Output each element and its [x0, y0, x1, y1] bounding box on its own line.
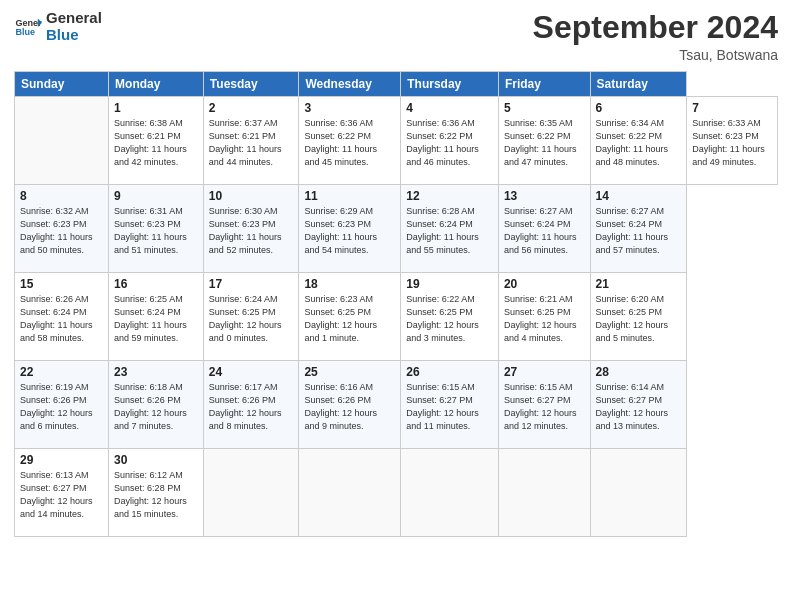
empty-cell	[15, 97, 109, 185]
day-info: Sunrise: 6:35 AMSunset: 6:22 PMDaylight:…	[504, 117, 585, 169]
table-row: 11Sunrise: 6:29 AMSunset: 6:23 PMDayligh…	[299, 185, 401, 273]
day-number: 13	[504, 189, 585, 203]
day-number: 30	[114, 453, 198, 467]
table-row: 14Sunrise: 6:27 AMSunset: 6:24 PMDayligh…	[590, 185, 687, 273]
table-row: 13Sunrise: 6:27 AMSunset: 6:24 PMDayligh…	[498, 185, 590, 273]
day-info: Sunrise: 6:13 AMSunset: 6:27 PMDaylight:…	[20, 469, 103, 521]
day-number: 14	[596, 189, 682, 203]
day-info: Sunrise: 6:27 AMSunset: 6:24 PMDaylight:…	[596, 205, 682, 257]
col-header-tuesday: Tuesday	[203, 72, 299, 97]
table-row: 3Sunrise: 6:36 AMSunset: 6:22 PMDaylight…	[299, 97, 401, 185]
day-number: 11	[304, 189, 395, 203]
day-number: 6	[596, 101, 682, 115]
day-number: 21	[596, 277, 682, 291]
day-number: 5	[504, 101, 585, 115]
table-row: 4Sunrise: 6:36 AMSunset: 6:22 PMDaylight…	[401, 97, 499, 185]
calendar-header-row: SundayMondayTuesdayWednesdayThursdayFrid…	[15, 72, 778, 97]
day-number: 3	[304, 101, 395, 115]
day-number: 15	[20, 277, 103, 291]
col-header-sunday: Sunday	[15, 72, 109, 97]
table-row: 28Sunrise: 6:14 AMSunset: 6:27 PMDayligh…	[590, 361, 687, 449]
table-row: 5Sunrise: 6:35 AMSunset: 6:22 PMDaylight…	[498, 97, 590, 185]
table-row: 7Sunrise: 6:33 AMSunset: 6:23 PMDaylight…	[687, 97, 778, 185]
day-number: 27	[504, 365, 585, 379]
day-number: 9	[114, 189, 198, 203]
day-number: 18	[304, 277, 395, 291]
table-row: 24Sunrise: 6:17 AMSunset: 6:26 PMDayligh…	[203, 361, 299, 449]
calendar-week-5: 29Sunrise: 6:13 AMSunset: 6:27 PMDayligh…	[15, 449, 778, 537]
logo: General Blue General Blue	[14, 10, 102, 43]
day-info: Sunrise: 6:16 AMSunset: 6:26 PMDaylight:…	[304, 381, 395, 433]
day-number: 28	[596, 365, 682, 379]
table-row	[203, 449, 299, 537]
table-row	[590, 449, 687, 537]
table-row	[401, 449, 499, 537]
day-number: 12	[406, 189, 493, 203]
logo-blue: Blue	[46, 27, 102, 44]
table-row: 10Sunrise: 6:30 AMSunset: 6:23 PMDayligh…	[203, 185, 299, 273]
day-number: 22	[20, 365, 103, 379]
col-header-thursday: Thursday	[401, 72, 499, 97]
table-row: 23Sunrise: 6:18 AMSunset: 6:26 PMDayligh…	[109, 361, 204, 449]
day-number: 8	[20, 189, 103, 203]
col-header-wednesday: Wednesday	[299, 72, 401, 97]
day-info: Sunrise: 6:36 AMSunset: 6:22 PMDaylight:…	[406, 117, 493, 169]
table-row: 22Sunrise: 6:19 AMSunset: 6:26 PMDayligh…	[15, 361, 109, 449]
day-number: 23	[114, 365, 198, 379]
month-title: September 2024	[533, 10, 778, 45]
day-info: Sunrise: 6:28 AMSunset: 6:24 PMDaylight:…	[406, 205, 493, 257]
day-number: 25	[304, 365, 395, 379]
table-row: 27Sunrise: 6:15 AMSunset: 6:27 PMDayligh…	[498, 361, 590, 449]
day-number: 10	[209, 189, 294, 203]
calendar-week-1: 1Sunrise: 6:38 AMSunset: 6:21 PMDaylight…	[15, 97, 778, 185]
logo-icon: General Blue	[14, 13, 42, 41]
day-info: Sunrise: 6:18 AMSunset: 6:26 PMDaylight:…	[114, 381, 198, 433]
svg-text:Blue: Blue	[15, 27, 35, 37]
day-info: Sunrise: 6:20 AMSunset: 6:25 PMDaylight:…	[596, 293, 682, 345]
table-row: 18Sunrise: 6:23 AMSunset: 6:25 PMDayligh…	[299, 273, 401, 361]
day-info: Sunrise: 6:24 AMSunset: 6:25 PMDaylight:…	[209, 293, 294, 345]
day-number: 7	[692, 101, 772, 115]
col-header-friday: Friday	[498, 72, 590, 97]
table-row: 29Sunrise: 6:13 AMSunset: 6:27 PMDayligh…	[15, 449, 109, 537]
day-info: Sunrise: 6:30 AMSunset: 6:23 PMDaylight:…	[209, 205, 294, 257]
day-info: Sunrise: 6:14 AMSunset: 6:27 PMDaylight:…	[596, 381, 682, 433]
table-row	[498, 449, 590, 537]
day-info: Sunrise: 6:15 AMSunset: 6:27 PMDaylight:…	[504, 381, 585, 433]
day-number: 16	[114, 277, 198, 291]
day-info: Sunrise: 6:17 AMSunset: 6:26 PMDaylight:…	[209, 381, 294, 433]
day-number: 2	[209, 101, 294, 115]
table-row: 26Sunrise: 6:15 AMSunset: 6:27 PMDayligh…	[401, 361, 499, 449]
day-info: Sunrise: 6:19 AMSunset: 6:26 PMDaylight:…	[20, 381, 103, 433]
calendar-table: SundayMondayTuesdayWednesdayThursdayFrid…	[14, 71, 778, 537]
title-block: September 2024 Tsau, Botswana	[533, 10, 778, 63]
day-info: Sunrise: 6:21 AMSunset: 6:25 PMDaylight:…	[504, 293, 585, 345]
day-info: Sunrise: 6:22 AMSunset: 6:25 PMDaylight:…	[406, 293, 493, 345]
calendar-week-2: 8Sunrise: 6:32 AMSunset: 6:23 PMDaylight…	[15, 185, 778, 273]
day-info: Sunrise: 6:15 AMSunset: 6:27 PMDaylight:…	[406, 381, 493, 433]
col-header-monday: Monday	[109, 72, 204, 97]
day-number: 24	[209, 365, 294, 379]
day-number: 4	[406, 101, 493, 115]
day-number: 26	[406, 365, 493, 379]
page: General Blue General Blue September 2024…	[0, 0, 792, 612]
day-info: Sunrise: 6:36 AMSunset: 6:22 PMDaylight:…	[304, 117, 395, 169]
day-info: Sunrise: 6:27 AMSunset: 6:24 PMDaylight:…	[504, 205, 585, 257]
calendar-week-3: 15Sunrise: 6:26 AMSunset: 6:24 PMDayligh…	[15, 273, 778, 361]
day-info: Sunrise: 6:23 AMSunset: 6:25 PMDaylight:…	[304, 293, 395, 345]
day-info: Sunrise: 6:25 AMSunset: 6:24 PMDaylight:…	[114, 293, 198, 345]
table-row: 15Sunrise: 6:26 AMSunset: 6:24 PMDayligh…	[15, 273, 109, 361]
day-info: Sunrise: 6:26 AMSunset: 6:24 PMDaylight:…	[20, 293, 103, 345]
day-number: 19	[406, 277, 493, 291]
table-row: 17Sunrise: 6:24 AMSunset: 6:25 PMDayligh…	[203, 273, 299, 361]
day-info: Sunrise: 6:31 AMSunset: 6:23 PMDaylight:…	[114, 205, 198, 257]
logo-general: General	[46, 10, 102, 27]
day-info: Sunrise: 6:29 AMSunset: 6:23 PMDaylight:…	[304, 205, 395, 257]
day-info: Sunrise: 6:32 AMSunset: 6:23 PMDaylight:…	[20, 205, 103, 257]
day-number: 20	[504, 277, 585, 291]
table-row	[299, 449, 401, 537]
table-row: 8Sunrise: 6:32 AMSunset: 6:23 PMDaylight…	[15, 185, 109, 273]
table-row: 9Sunrise: 6:31 AMSunset: 6:23 PMDaylight…	[109, 185, 204, 273]
day-info: Sunrise: 6:34 AMSunset: 6:22 PMDaylight:…	[596, 117, 682, 169]
table-row: 21Sunrise: 6:20 AMSunset: 6:25 PMDayligh…	[590, 273, 687, 361]
